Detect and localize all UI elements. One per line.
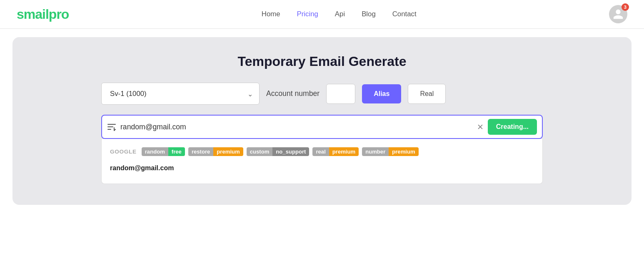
page-title: Temporary Email Generate xyxy=(25,54,619,69)
nav-link-blog[interactable]: Blog xyxy=(362,10,376,18)
email-result-item[interactable]: random@gmail.com xyxy=(110,163,534,174)
sort-arrow-icon xyxy=(107,122,116,131)
main-container: Temporary Email Generate Sv-1 (1000) Sv-… xyxy=(12,37,632,205)
google-row: GOOGLE random free restore premium custo… xyxy=(110,147,534,156)
tag-label-custom: custom xyxy=(247,147,273,156)
server-select-wrapper: Sv-1 (1000) Sv-2 (1000) Sv-3 (1000) ⌄ xyxy=(101,83,260,105)
creating-button[interactable]: Creating... xyxy=(488,119,537,135)
tag-value-nosupport: no_support xyxy=(272,147,309,156)
nav-link-pricing[interactable]: Pricing xyxy=(297,10,318,18)
nav-link-contact[interactable]: Contact xyxy=(392,10,417,18)
provider-label: GOOGLE xyxy=(110,149,137,155)
dropdown-panel: GOOGLE random free restore premium custo… xyxy=(101,139,543,184)
notification-badge: 3 xyxy=(622,3,629,11)
tag-real-premium: real premium xyxy=(312,147,359,156)
email-input[interactable] xyxy=(120,123,473,131)
tag-value-premium-3: premium xyxy=(389,147,418,156)
nav-link-home[interactable]: Home xyxy=(262,10,280,18)
real-button[interactable]: Real xyxy=(408,84,446,104)
tag-label-restore: restore xyxy=(188,147,213,156)
account-number-input[interactable] xyxy=(326,84,355,104)
nav-contact[interactable]: Contact xyxy=(392,10,417,18)
tag-custom-nosupport: custom no_support xyxy=(247,147,310,156)
account-number-label: Account number xyxy=(266,89,320,98)
tag-random-free: random free xyxy=(142,147,185,156)
nav-link-api[interactable]: Api xyxy=(335,10,345,18)
server-select[interactable]: Sv-1 (1000) Sv-2 (1000) Sv-3 (1000) xyxy=(101,83,260,105)
nav-home[interactable]: Home xyxy=(262,10,280,18)
email-input-row: ✕ Creating... xyxy=(101,115,543,139)
user-icon xyxy=(612,8,624,20)
tag-label-real: real xyxy=(312,147,329,156)
nav-api[interactable]: Api xyxy=(335,10,345,18)
tag-value-premium-1: premium xyxy=(213,147,243,156)
tag-number-premium: number premium xyxy=(362,147,418,156)
nav-blog[interactable]: Blog xyxy=(362,10,376,18)
tag-value-free: free xyxy=(168,147,185,156)
tag-label-number: number xyxy=(362,147,389,156)
tag-value-premium-2: premium xyxy=(329,147,359,156)
brand-logo[interactable]: smailpro xyxy=(17,7,69,22)
user-avatar-button[interactable]: 3 xyxy=(609,5,627,23)
navbar: smailpro Home Pricing Api Blog Contact 3 xyxy=(0,0,644,29)
controls-row: Sv-1 (1000) Sv-2 (1000) Sv-3 (1000) ⌄ Ac… xyxy=(101,83,543,105)
alias-button[interactable]: Alias xyxy=(362,84,401,103)
nav-links: Home Pricing Api Blog Contact xyxy=(262,10,417,18)
tag-restore-premium: restore premium xyxy=(188,147,243,156)
nav-pricing[interactable]: Pricing xyxy=(297,10,318,18)
clear-button[interactable]: ✕ xyxy=(477,122,484,132)
tag-label-random: random xyxy=(142,147,168,156)
sort-icon xyxy=(107,122,116,131)
